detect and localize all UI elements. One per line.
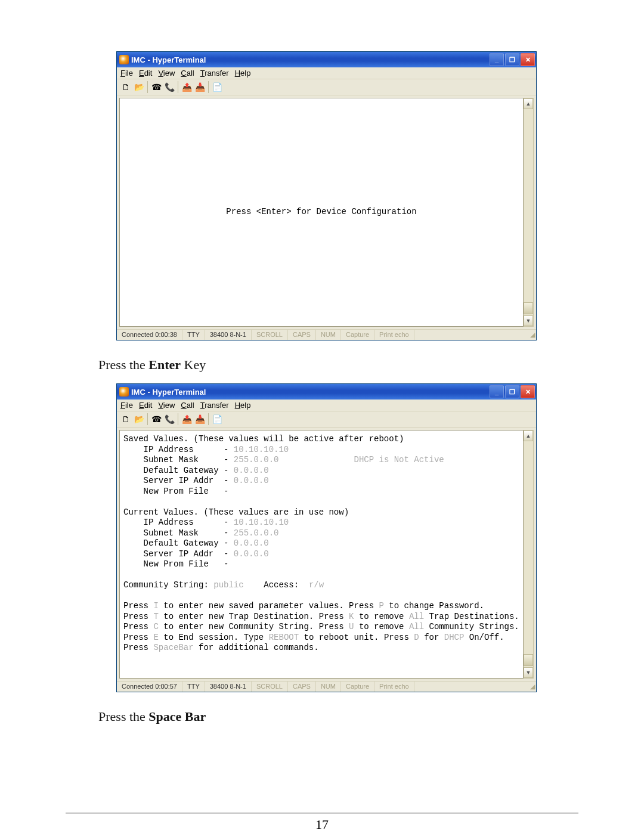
properties-icon[interactable]: 📄 (210, 413, 224, 426)
menu-transfer[interactable]: Transfer (200, 69, 229, 78)
status-scroll: SCROLL (252, 682, 288, 692)
properties-icon[interactable]: 📄 (210, 80, 224, 94)
scroll-up-icon[interactable]: ▲ (524, 98, 533, 109)
scroll-thumb[interactable] (524, 654, 533, 666)
receive-icon[interactable]: 📥 (193, 413, 206, 426)
close-button[interactable]: ✕ (521, 53, 535, 66)
menu-view[interactable]: View (158, 69, 175, 78)
menu-view[interactable]: View (158, 401, 175, 410)
status-settings: 38400 8-N-1 (205, 330, 252, 340)
status-caps: CAPS (288, 682, 316, 692)
minimize-button[interactable]: _ (490, 53, 504, 66)
menu-help[interactable]: Help (235, 401, 251, 410)
scroll-up-icon[interactable]: ▲ (524, 431, 533, 441)
resize-grip-icon[interactable]: ◢ (524, 682, 536, 692)
status-mode: TTY (182, 682, 205, 692)
menu-file[interactable]: File (120, 401, 133, 410)
dial-icon[interactable]: ☎ (150, 80, 163, 94)
app-icon (119, 387, 129, 397)
statusbar: Connected 0:00:57 TTY 38400 8-N-1 SCROLL… (117, 681, 536, 692)
menubar: File Edit View Call Transfer Help (117, 67, 536, 79)
open-icon[interactable]: 📂 (132, 80, 145, 94)
status-num: NUM (316, 682, 341, 692)
footer-rule (66, 813, 578, 813)
status-capture: Capture (341, 330, 374, 340)
terminal-area[interactable]: Saved Values. (These values will be acti… (119, 430, 524, 679)
status-scroll: SCROLL (252, 330, 288, 340)
hangup-icon[interactable]: 📞 (163, 80, 176, 94)
maximize-button[interactable]: ❐ (505, 385, 519, 398)
hyperterminal-window-1: IMC - HyperTerminal _ ❐ ✕ File Edit View… (116, 51, 537, 340)
titlebar[interactable]: IMC - HyperTerminal _ ❐ ✕ (117, 52, 536, 67)
menubar: File Edit View Call Transfer Help (117, 400, 536, 411)
menu-help[interactable]: Help (235, 69, 251, 78)
status-caps: CAPS (288, 330, 316, 340)
hyperterminal-window-2: IMC - HyperTerminal _ ❐ ✕ File Edit View… (116, 383, 537, 692)
hangup-icon[interactable]: 📞 (163, 413, 176, 426)
status-num: NUM (316, 330, 341, 340)
minimize-button[interactable]: _ (490, 385, 504, 398)
new-icon[interactable]: 🗋 (119, 80, 132, 94)
status-connected: Connected 0:00:57 (117, 682, 182, 692)
status-settings: 38400 8-N-1 (205, 682, 252, 692)
scrollbar[interactable]: ▲ ▼ (524, 98, 534, 327)
toolbar: 🗋 📂 ☎ 📞 📤 📥 📄 (117, 79, 536, 95)
resize-grip-icon[interactable]: ◢ (524, 330, 536, 340)
scroll-down-icon[interactable]: ▼ (524, 315, 533, 326)
terminal-area[interactable]: Press <Enter> for Device Configuration (119, 98, 524, 327)
send-icon[interactable]: 📤 (180, 413, 193, 426)
window-title: IMC - HyperTerminal (131, 388, 490, 397)
menu-call[interactable]: Call (181, 401, 194, 410)
menu-call[interactable]: Call (181, 69, 194, 78)
scrollbar[interactable]: ▲ ▼ (524, 430, 534, 679)
send-icon[interactable]: 📤 (180, 80, 193, 94)
status-capture: Capture (341, 682, 374, 692)
scroll-down-icon[interactable]: ▼ (524, 667, 533, 678)
status-echo: Print echo (374, 330, 414, 340)
caption-1: Press the Enter Key (98, 357, 537, 373)
status-mode: TTY (182, 330, 205, 340)
titlebar[interactable]: IMC - HyperTerminal _ ❐ ✕ (117, 384, 536, 400)
toolbar: 🗋 📂 ☎ 📞 📤 📥 📄 (117, 411, 536, 428)
app-icon (119, 55, 129, 64)
maximize-button[interactable]: ❐ (505, 53, 519, 66)
menu-file[interactable]: File (120, 69, 133, 78)
status-connected: Connected 0:00:38 (117, 330, 182, 340)
status-echo: Print echo (374, 682, 414, 692)
page-number: 17 (0, 817, 644, 832)
new-icon[interactable]: 🗋 (119, 413, 132, 426)
open-icon[interactable]: 📂 (132, 413, 145, 426)
caption-2: Press the Space Bar (98, 709, 537, 724)
statusbar: Connected 0:00:38 TTY 38400 8-N-1 SCROLL… (117, 329, 536, 340)
receive-icon[interactable]: 📥 (193, 80, 206, 94)
menu-transfer[interactable]: Transfer (200, 401, 229, 410)
close-button[interactable]: ✕ (521, 385, 535, 398)
dial-icon[interactable]: ☎ (150, 413, 163, 426)
menu-edit[interactable]: Edit (139, 69, 152, 78)
terminal-text: Press <Enter> for Device Configuration (226, 207, 416, 218)
scroll-thumb[interactable] (524, 302, 533, 314)
menu-edit[interactable]: Edit (139, 401, 152, 410)
window-title: IMC - HyperTerminal (131, 55, 490, 64)
